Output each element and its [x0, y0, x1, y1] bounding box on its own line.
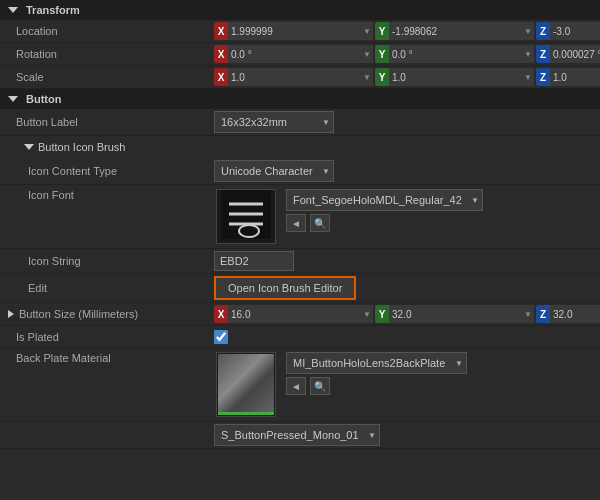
- rotation-x-input[interactable]: [228, 45, 361, 63]
- back-plate-material-row: Back Plate Material MI_ButtonHoloLens2Ba…: [0, 348, 600, 422]
- button-label-row: Button Label 16x32x32mm: [0, 109, 600, 136]
- location-y-input[interactable]: [389, 22, 522, 40]
- back-plate-material-label: Back Plate Material: [0, 348, 210, 367]
- location-y-field: Y ▼: [375, 22, 534, 40]
- second-material-label: [0, 432, 210, 438]
- scale-row: Scale X ▼ Y ▼ Z ▼ 🔒: [0, 66, 600, 89]
- rotation-label: Rotation: [0, 45, 210, 63]
- material-back-button[interactable]: ◄: [286, 377, 306, 395]
- icon-font-label: Icon Font: [0, 185, 210, 204]
- icon-font-preview: [216, 189, 276, 244]
- scale-y-arrow[interactable]: ▼: [522, 68, 534, 86]
- icon-content-type-label: Icon Content Type: [0, 162, 210, 180]
- location-z-field: Z ▼: [536, 22, 600, 40]
- material-search-button[interactable]: 🔍: [310, 377, 330, 395]
- button-label-label: Button Label: [0, 113, 210, 131]
- scale-xyz: X ▼ Y ▼ Z ▼ 🔒: [214, 68, 600, 86]
- location-row: Location X ▼ Y ▼ Z ▼ ↺: [0, 20, 600, 43]
- rotation-y-arrow[interactable]: ▼: [522, 45, 534, 63]
- button-icon-brush-header[interactable]: Button Icon Brush: [0, 136, 600, 158]
- rotation-value: X ▼ Y ▼ Z ▼ ↺: [210, 43, 600, 65]
- font-back-button[interactable]: ◄: [286, 214, 306, 232]
- second-material-value: S_ButtonPressed_Mono_01: [210, 422, 600, 448]
- button-icon-brush-collapse-icon: [24, 144, 34, 150]
- icon-content-type-dropdown[interactable]: Unicode Character: [214, 160, 334, 182]
- button-size-y-arrow[interactable]: ▼: [522, 305, 534, 323]
- scale-x-arrow[interactable]: ▼: [361, 68, 373, 86]
- button-collapse-icon: [8, 96, 18, 102]
- button-size-xyz: X ▼ Y ▼ Z ▼: [214, 305, 600, 323]
- location-x-field: X ▼: [214, 22, 373, 40]
- button-size-z-input[interactable]: [550, 305, 600, 323]
- rotation-xyz: X ▼ Y ▼ Z ▼ ↺: [214, 45, 600, 63]
- button-size-expand-icon[interactable]: [8, 310, 14, 318]
- button-size-row: Button Size (Millimeters) X ▼ Y ▼ Z ▼: [0, 303, 600, 326]
- button-label-value: 16x32x32mm: [210, 109, 600, 135]
- button-label: Button: [26, 93, 61, 105]
- is-plated-checkbox[interactable]: [214, 330, 228, 344]
- rotation-z-input[interactable]: [550, 45, 600, 63]
- location-x-input[interactable]: [228, 22, 361, 40]
- button-size-x-arrow[interactable]: ▼: [361, 305, 373, 323]
- transform-collapse-icon: [8, 7, 18, 13]
- scale-z-input[interactable]: [550, 68, 600, 86]
- open-icon-brush-editor-button[interactable]: Open Icon Brush Editor: [214, 276, 356, 300]
- second-material-row: S_ButtonPressed_Mono_01: [0, 422, 600, 449]
- is-plated-row: Is Plated: [0, 326, 600, 348]
- button-size-x-input[interactable]: [228, 305, 361, 323]
- icon-string-label: Icon String: [0, 252, 210, 270]
- icon-font-row: Icon Font Font_SegoeHo: [0, 185, 600, 249]
- button-size-y-field: Y ▼: [375, 305, 534, 323]
- icon-string-input[interactable]: [214, 251, 294, 271]
- z-label: Z: [536, 22, 550, 40]
- icon-string-value: [210, 249, 600, 273]
- scale-value: X ▼ Y ▼ Z ▼ 🔒: [210, 66, 600, 88]
- properties-panel: Transform Location X ▼ Y ▼ Z ▼: [0, 0, 600, 449]
- icon-content-type-dropdown-wrapper: Unicode Character: [214, 160, 334, 182]
- icon-font-dropdown[interactable]: Font_SegoeHoloMDL_Regular_42: [286, 189, 483, 211]
- location-x-arrow[interactable]: ▼: [361, 22, 373, 40]
- scale-y-input[interactable]: [389, 68, 522, 86]
- scale-label: Scale: [0, 68, 210, 86]
- button-label-dropdown[interactable]: 16x32x32mm: [214, 111, 334, 133]
- location-y-arrow[interactable]: ▼: [522, 22, 534, 40]
- material-preview-graphic: [218, 354, 274, 415]
- button-size-x-field: X ▼: [214, 305, 373, 323]
- is-plated-label: Is Plated: [0, 328, 210, 346]
- location-label: Location: [0, 22, 210, 40]
- second-material-dropdown[interactable]: S_ButtonPressed_Mono_01: [214, 424, 380, 446]
- rotation-z-label: Z: [536, 45, 550, 63]
- font-action-row: ◄ 🔍: [286, 214, 592, 232]
- scale-z-field: Z ▼: [536, 68, 600, 86]
- location-z-input[interactable]: [550, 22, 600, 40]
- scale-y-label: Y: [375, 68, 389, 86]
- y-label: Y: [375, 22, 389, 40]
- back-plate-material-dropdown[interactable]: MI_ButtonHoloLens2BackPlate: [286, 352, 467, 374]
- button-size-y-label: Y: [375, 305, 389, 323]
- scale-x-input[interactable]: [228, 68, 361, 86]
- rotation-y-input[interactable]: [389, 45, 522, 63]
- button-size-value: X ▼ Y ▼ Z ▼: [210, 303, 600, 325]
- icon-font-dropdown-wrapper: Font_SegoeHoloMDL_Regular_42: [286, 189, 483, 211]
- rotation-y-field: Y ▼: [375, 45, 534, 63]
- rotation-y-label: Y: [375, 45, 389, 63]
- scale-z-label: Z: [536, 68, 550, 86]
- button-section-header[interactable]: Button: [0, 89, 600, 109]
- material-controls: MI_ButtonHoloLens2BackPlate ◄ 🔍: [282, 350, 596, 397]
- font-search-button[interactable]: 🔍: [310, 214, 330, 232]
- is-plated-value: [210, 328, 600, 346]
- icon-content-type-row: Icon Content Type Unicode Character: [0, 158, 600, 185]
- icon-string-row: Icon String: [0, 249, 600, 274]
- button-size-y-input[interactable]: [389, 305, 522, 323]
- material-dropdown-row: MI_ButtonHoloLens2BackPlate: [286, 352, 592, 374]
- transform-section-header[interactable]: Transform: [0, 0, 600, 20]
- scale-x-label: X: [214, 68, 228, 86]
- rotation-x-arrow[interactable]: ▼: [361, 45, 373, 63]
- button-icon-brush-label: Button Icon Brush: [38, 141, 125, 153]
- button-size-label: Button Size (Millimeters): [0, 305, 210, 323]
- rotation-z-field: Z ▼: [536, 45, 600, 63]
- scale-x-field: X ▼: [214, 68, 373, 86]
- edit-label: Edit: [0, 279, 210, 297]
- location-value: X ▼ Y ▼ Z ▼ ↺: [210, 20, 600, 42]
- material-green-border: [218, 412, 274, 415]
